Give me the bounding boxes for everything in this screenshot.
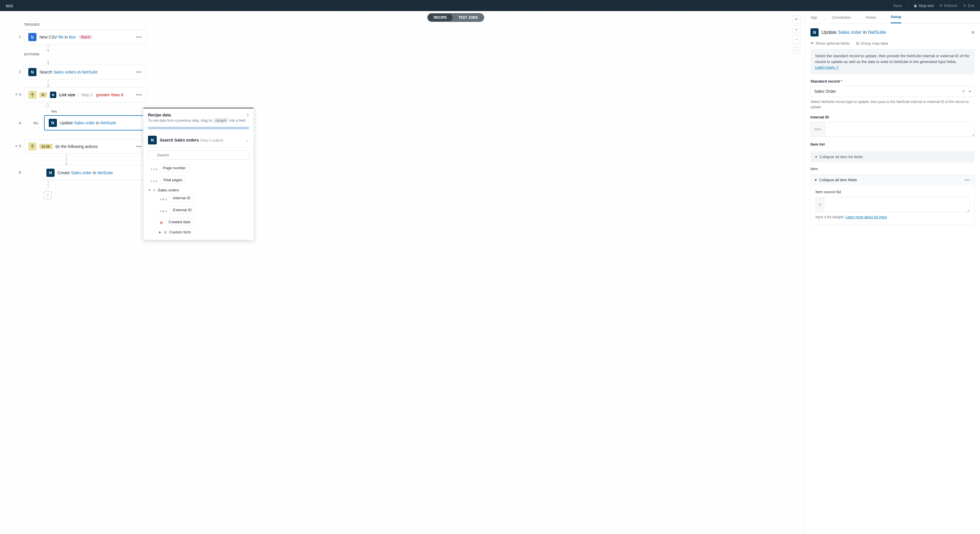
caret-icon[interactable]: ▼ (148, 189, 151, 192)
datapill-chip: datapill (213, 118, 228, 123)
branch-icon (28, 142, 37, 151)
text: NetSuite (100, 121, 116, 125)
caret-down-icon[interactable]: ▾ (815, 178, 817, 182)
info-box: Select the standard record to update, th… (810, 49, 975, 75)
netsuite-icon: N (810, 28, 819, 37)
fit-button[interactable]: ⛶ (792, 45, 800, 53)
datapill-item[interactable]: Total pages (160, 176, 186, 184)
expand-icon[interactable]: ⇳ (246, 113, 250, 117)
step-more-icon[interactable]: ••• (136, 70, 142, 75)
text: greater than (96, 92, 120, 97)
connector (66, 154, 67, 165)
prev-source-hint (148, 127, 249, 129)
text: NetSuite (97, 170, 113, 175)
text: in (862, 30, 868, 35)
undo-button[interactable]: ↶ (792, 16, 800, 24)
trigger-section-label: TRIGGER (14, 23, 805, 26)
divider (908, 3, 908, 8)
field-help: Input a list datapill. Learn more about … (815, 215, 970, 220)
step-text: Search Sales orders in NetSuite (40, 70, 97, 75)
tab-setup[interactable]: Setup (891, 14, 901, 23)
caret-icon[interactable]: ▶ (159, 230, 161, 234)
text: Update (60, 121, 74, 125)
datapill-item[interactable]: Created date (165, 218, 194, 226)
zoom-out-button[interactable]: − (792, 35, 800, 43)
tree-label[interactable]: Sales orders (158, 188, 179, 192)
action-step-card[interactable]: N Search Sales orders in NetSuite ••• (24, 65, 146, 79)
item-label: Item (810, 167, 975, 171)
external-link-icon: ↗ (835, 65, 839, 70)
text: in (95, 121, 100, 125)
calendar-icon: 📅 (160, 222, 163, 225)
text: Learn more (815, 65, 834, 70)
branch-icon (28, 91, 37, 99)
num: 3 (19, 92, 21, 97)
text: New CSV (40, 35, 58, 40)
chevron-down-icon[interactable]: ⌄ (245, 138, 249, 142)
internal-id-input[interactable] (825, 122, 974, 137)
text: Update (821, 30, 838, 35)
if-step-card[interactable]: IF N List size | Step 2 greater than 0 •… (24, 87, 146, 102)
field-label: Internal ID (810, 115, 975, 119)
else-step-card[interactable]: ELSE do the following actions ••• (24, 139, 146, 154)
arrow-icon: → (822, 17, 826, 21)
refresh-label: Refresh (944, 3, 958, 8)
label: Collapse all item list fields (819, 155, 863, 159)
step-number: ▼5 (14, 139, 21, 148)
tab-action[interactable]: Action (865, 15, 876, 23)
text: Sales order (74, 121, 95, 125)
stop-test-button[interactable]: ◉ Stop test (914, 3, 933, 8)
arrow-icon: → (881, 17, 885, 21)
text: Sales order (71, 170, 92, 175)
recipe-canvas[interactable]: ↶ + − ⛶ TRIGGER 1 b New CSV file in Box … (0, 11, 805, 534)
collapse-caret-icon[interactable]: ▼ (15, 145, 18, 148)
test-jobs-tab[interactable]: TEST JOBS (453, 14, 484, 21)
step-more-icon[interactable]: ••• (136, 92, 142, 97)
tree-label[interactable]: Custom form (169, 230, 191, 234)
map-icon: ⊟ (856, 41, 859, 46)
learn-more-list-link[interactable]: Learn more about list input (845, 215, 887, 219)
panel-header-text: Update Sales order in NetSuite (821, 30, 886, 35)
close-panel-button[interactable]: ✕ (971, 30, 975, 35)
item-source-list-input[interactable] (824, 197, 969, 212)
netsuite-icon: N (50, 92, 56, 98)
show-optional-fields-button[interactable]: 👁Show optional fields (810, 41, 850, 46)
item-box: ▾ Collapse all item fields ••• Item sour… (810, 175, 975, 225)
step-number: 6 (14, 165, 21, 175)
collapse-caret-icon[interactable]: ▼ (15, 93, 18, 96)
text: in (63, 35, 69, 40)
collapse-item-label[interactable]: Collapse all item fields (819, 178, 857, 182)
netsuite-icon: N (148, 136, 157, 145)
data-source-row[interactable]: N Search Sales orders (Step 2 output) ⌄ (148, 133, 249, 148)
collapse-item-list-button[interactable]: ▾ Collapse all item list fields (810, 151, 975, 162)
clear-icon[interactable]: ✕ (960, 89, 967, 94)
step-number: 2 (14, 65, 21, 74)
datapill-item[interactable]: External ID (170, 206, 195, 214)
type-badge: 1 2 3 (151, 168, 158, 171)
add-step-button[interactable]: + (44, 191, 52, 199)
learn-more-link[interactable]: Learn more ↗ (815, 65, 839, 70)
step-more-icon[interactable]: ••• (136, 35, 142, 40)
standard-record-select[interactable]: Sales Order ✕ ▾ (810, 86, 975, 97)
datapill-item[interactable]: Page number (160, 164, 189, 172)
datapill-search-input[interactable] (148, 151, 249, 160)
text: To use data from a previous step, drag i… (148, 118, 213, 122)
zoom-in-button[interactable]: + (792, 25, 800, 33)
tab-app[interactable]: App (810, 15, 817, 23)
grid-icon: ⊞ (164, 230, 167, 234)
action-step-card-selected[interactable]: N Update Sales order in NetSuite (44, 115, 149, 130)
group-map-data-button[interactable]: ⊟Group map data (856, 41, 888, 46)
datapill-item[interactable]: Internal ID (170, 194, 194, 202)
text: in (92, 170, 97, 175)
item-more-icon[interactable]: ••• (964, 178, 970, 182)
trigger-step-card[interactable]: b New CSV file in Box Batch ••• (24, 30, 146, 44)
action-step-card[interactable]: N Create Sales order in NetSuite (42, 165, 147, 180)
tab-connection[interactable]: Connection (832, 15, 851, 23)
exit-button[interactable]: ✕ Exit (963, 3, 974, 8)
caret-down-icon[interactable]: ▾ (967, 89, 971, 94)
recipe-tab[interactable]: RECIPE (428, 14, 453, 21)
text: Standard record (810, 79, 840, 83)
step-more-icon[interactable]: ••• (136, 144, 142, 149)
save-button[interactable]: Save (893, 3, 902, 8)
refresh-button[interactable]: ⟳ Refresh (939, 3, 958, 8)
